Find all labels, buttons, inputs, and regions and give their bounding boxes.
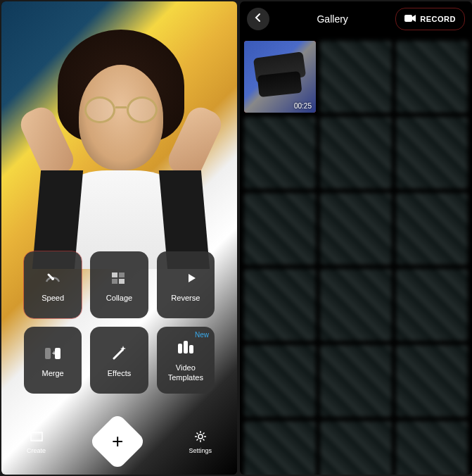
svg-rect-3 (112, 279, 117, 284)
tool-label: Collage (106, 294, 132, 302)
magic-wand-icon (109, 344, 129, 363)
tool-grid: Speed Collage Reverse + Merge Effects (24, 251, 215, 394)
tool-label: Effects (108, 369, 131, 377)
gallery-item[interactable] (320, 269, 392, 341)
svg-rect-2 (119, 273, 125, 277)
hero-background (1, 1, 237, 475)
gallery-header: Gallery RECORD (240, 1, 472, 37)
gallery-item[interactable] (320, 117, 392, 189)
svg-point-14 (198, 434, 203, 439)
svg-rect-1 (112, 273, 117, 277)
svg-rect-10 (189, 345, 193, 353)
tool-label: Video Templates (168, 363, 203, 382)
svg-rect-13 (31, 439, 42, 441)
back-button[interactable] (247, 8, 269, 30)
svg-rect-12 (31, 432, 42, 434)
gallery-item[interactable] (244, 193, 316, 265)
new-badge: New (195, 331, 209, 339)
svg-rect-15 (404, 15, 412, 22)
tool-label: Reverse (171, 294, 200, 302)
nav-label: Create (27, 447, 46, 454)
collage-icon (109, 268, 129, 288)
tool-reverse[interactable]: Reverse (157, 251, 215, 318)
gallery-item[interactable] (320, 345, 392, 417)
gallery-item[interactable] (244, 421, 316, 475)
gallery-item-selected[interactable]: 00:25 (244, 41, 316, 113)
gallery-item[interactable] (320, 41, 392, 113)
filmstrip-icon (29, 429, 44, 444)
reverse-arrow-icon (176, 268, 196, 288)
chevron-left-icon (253, 13, 263, 25)
gallery-item[interactable] (396, 117, 468, 189)
gallery-item[interactable] (244, 345, 316, 417)
svg-rect-9 (184, 341, 188, 353)
tool-speed[interactable]: Speed (24, 251, 82, 318)
gallery-item[interactable] (396, 421, 468, 475)
tool-video-templates[interactable]: New Video Templates (157, 327, 215, 394)
nav-label: Settings (189, 447, 212, 454)
plus-icon: + (112, 430, 123, 453)
tool-label: Speed (42, 294, 64, 302)
gallery-item[interactable] (320, 193, 392, 265)
merge-icon: + (43, 344, 63, 363)
gallery-grid: 00:25 (240, 37, 472, 475)
video-duration: 00:25 (294, 102, 312, 110)
gallery-item[interactable] (320, 421, 392, 475)
gallery-screen: Gallery RECORD 00:25 (240, 1, 472, 475)
nav-create[interactable]: Create (27, 429, 46, 454)
bottom-bar: Create + Settings (1, 417, 237, 466)
templates-icon (176, 338, 196, 358)
gallery-title: Gallery (275, 13, 390, 25)
svg-rect-5 (45, 348, 51, 359)
editor-home-screen: Speed Collage Reverse + Merge Effects (1, 1, 237, 475)
svg-point-0 (51, 277, 54, 280)
tool-label: Merge (42, 369, 64, 377)
gallery-item[interactable] (244, 269, 316, 341)
gallery-item[interactable] (396, 345, 468, 417)
svg-rect-4 (119, 279, 125, 284)
gallery-item[interactable] (244, 117, 316, 189)
tool-collage[interactable]: Collage (90, 251, 148, 318)
svg-text:+: + (52, 349, 56, 357)
svg-rect-8 (178, 344, 182, 353)
add-button[interactable]: + (89, 413, 146, 470)
tool-effects[interactable]: Effects (90, 327, 148, 394)
speedometer-icon (43, 268, 63, 288)
gallery-item[interactable] (396, 193, 468, 265)
camera-icon (404, 13, 416, 25)
tool-merge[interactable]: + Merge (24, 327, 82, 394)
gallery-item[interactable] (396, 41, 468, 113)
nav-settings[interactable]: Settings (189, 429, 212, 454)
gallery-item[interactable] (396, 269, 468, 341)
hero-person-photo (44, 30, 198, 227)
record-label: RECORD (420, 15, 456, 23)
gear-icon (193, 429, 208, 444)
record-button[interactable]: RECORD (395, 8, 465, 30)
